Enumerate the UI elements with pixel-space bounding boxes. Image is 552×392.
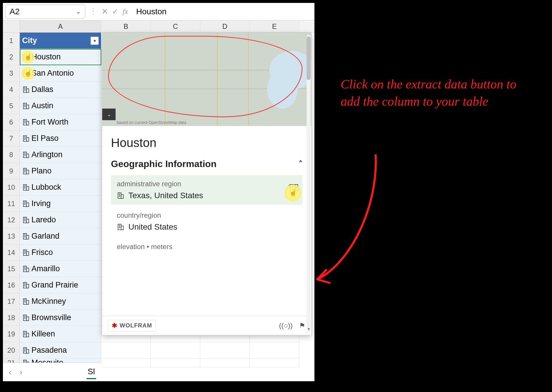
city-label: Dallas [31, 85, 53, 94]
city-label: Fort Worth [31, 118, 68, 127]
card-field[interactable]: administrative regionTexas, United State… [111, 175, 302, 205]
card-section-header[interactable]: Geographic Information ˄ [111, 159, 302, 169]
provider-badge[interactable]: ✱ WOLFRAM [108, 320, 156, 331]
empty-cell[interactable] [250, 342, 299, 359]
building-icon [22, 102, 30, 110]
svg-rect-55 [26, 203, 29, 206]
name-box[interactable]: A2 ⌄ [5, 5, 85, 19]
city-label: El Paso [31, 134, 59, 143]
select-all-triangle[interactable] [3, 20, 20, 32]
vertical-dots-icon[interactable]: ⋮ [88, 7, 99, 16]
flag-icon[interactable]: ⚑ [299, 322, 305, 330]
cursor-hand-icon: ☝ [289, 189, 297, 197]
city-cell[interactable]: Grand Prairie [20, 277, 101, 293]
row-header[interactable]: 1 [3, 33, 20, 49]
signal-icon[interactable]: ((○)) [279, 322, 293, 330]
row-header[interactable]: 3 [3, 65, 20, 81]
column-header-b[interactable]: B [101, 20, 151, 32]
city-cell[interactable]: Fort Worth [20, 114, 101, 130]
city-cell[interactable]: Dallas [20, 81, 101, 98]
city-cell[interactable]: Arlington [20, 147, 101, 163]
resize-grip-icon[interactable]: ⋰ [306, 329, 310, 334]
row-header[interactable]: 20 [3, 342, 20, 359]
row-header[interactable]: 8 [3, 147, 20, 163]
card-field[interactable]: country/regionUnited States [111, 207, 302, 236]
row-header[interactable]: 13 [3, 228, 20, 244]
empty-cell[interactable] [151, 359, 200, 367]
column-header-a[interactable]: A [20, 20, 101, 32]
row-header[interactable]: 15 [3, 261, 20, 277]
svg-rect-37 [26, 154, 29, 157]
column-header-e[interactable]: E [250, 20, 299, 32]
svg-rect-31 [26, 137, 29, 141]
sheet-navigation: ‹ › Sl [3, 363, 102, 381]
building-icon [22, 298, 30, 305]
row-header[interactable]: 10 [3, 179, 20, 196]
card-field-label: country/region [117, 211, 297, 219]
city-cell[interactable]: Pasadena [20, 342, 101, 359]
card-field-value: United States [117, 222, 297, 232]
sheet-next-icon[interactable]: › [20, 368, 22, 377]
city-cell[interactable]: Plano [20, 163, 101, 179]
city-cell[interactable]: Irving [20, 196, 101, 212]
card-field[interactable]: elevation • meters [111, 238, 302, 258]
fx-icon[interactable]: fx [123, 7, 128, 16]
scrollbar-thumb[interactable] [307, 36, 311, 80]
sheet-tab[interactable]: Sl [86, 365, 96, 379]
city-cell[interactable]: Killeen [20, 326, 101, 342]
city-cell[interactable]: Amarillo [20, 261, 101, 277]
city-cell[interactable]: Brownsville [20, 310, 101, 326]
row-header[interactable]: 4 [3, 81, 20, 98]
row-header[interactable]: 17 [3, 293, 20, 310]
city-label: Houston [31, 52, 61, 61]
building-icon [22, 86, 30, 93]
card-map[interactable]: ⌄ based on current OpenStreetMap data [102, 33, 311, 126]
row-header[interactable]: 18 [3, 310, 20, 326]
empty-cell[interactable] [151, 342, 200, 359]
row-header[interactable]: 12 [3, 212, 20, 228]
row-header[interactable]: 16 [3, 277, 20, 293]
empty-cell[interactable] [200, 359, 250, 367]
card-title: Houston [111, 136, 302, 150]
cancel-icon[interactable]: ✕ [102, 7, 108, 16]
filter-dropdown-icon[interactable]: ▾ [91, 37, 99, 45]
building-icon [22, 118, 30, 126]
column-header-c[interactable]: C [151, 20, 200, 32]
city-label: Grand Prairie [31, 281, 78, 290]
city-label: McKinney [31, 297, 66, 306]
row-header[interactable]: 14 [3, 244, 20, 261]
row-header[interactable]: 7 [3, 130, 20, 147]
city-cell[interactable]: McKinney [20, 293, 101, 310]
row-header[interactable]: 19 [3, 326, 20, 342]
city-cell[interactable]: El Paso [20, 130, 101, 147]
row-header[interactable]: 9 [3, 163, 20, 179]
city-cell[interactable]: Austin [20, 98, 101, 114]
city-label: Plano [31, 166, 52, 175]
formula-input[interactable] [131, 5, 314, 18]
building-icon [22, 216, 30, 224]
table-header-cell[interactable]: City▾ [20, 33, 101, 49]
empty-cell[interactable] [250, 359, 299, 367]
sheet-prev-icon[interactable]: ‹ [9, 368, 11, 377]
formula-bar: A2 ⌄ ⋮ ✕ ✓ fx [3, 3, 314, 20]
city-cell[interactable]: Garland [20, 228, 101, 244]
city-cell[interactable]: San Antonio☝ [20, 65, 101, 81]
column-header-d[interactable]: D [200, 20, 250, 32]
map-collapse-button[interactable]: ⌄ [102, 109, 116, 120]
city-cell[interactable]: Houston☝ [20, 49, 101, 65]
chevron-up-icon[interactable]: ˄ [299, 159, 302, 168]
empty-cell[interactable] [101, 359, 151, 367]
empty-cell[interactable] [200, 342, 250, 359]
city-cell[interactable]: Laredo [20, 212, 101, 228]
row-header[interactable]: 2 [3, 49, 20, 65]
excel-window: A2 ⌄ ⋮ ✕ ✓ fx A B C D E 1City▾2Houston☝3… [3, 3, 314, 381]
row-header[interactable]: 6 [3, 114, 20, 130]
card-field-label: elevation • meters [117, 243, 297, 251]
city-cell[interactable]: Frisco [20, 244, 101, 261]
enter-icon[interactable]: ✓ [112, 7, 118, 16]
row-header[interactable]: 11 [3, 196, 20, 212]
chevron-down-icon[interactable]: ⌄ [76, 8, 81, 15]
city-cell[interactable]: Lubbock [20, 179, 101, 196]
row-header[interactable]: 5 [3, 98, 20, 114]
empty-cell[interactable] [101, 342, 151, 359]
